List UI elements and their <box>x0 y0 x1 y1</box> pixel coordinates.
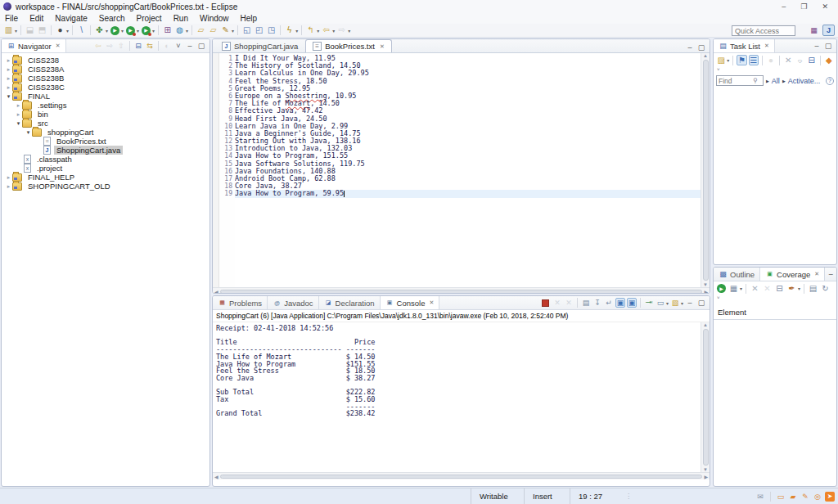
show-console-on-output-icon[interactable]: ⭲ <box>644 298 654 308</box>
maximize-icon[interactable]: ▢ <box>196 41 206 51</box>
collapse-arrow-icon[interactable]: ▾ <box>15 120 22 127</box>
menu-navigate[interactable]: Navigate <box>49 14 92 23</box>
tree-item-ciss238a[interactable]: ▸CISS238A <box>2 65 210 74</box>
close-view-icon[interactable]: ✕ <box>764 43 769 49</box>
find-tasks-icon[interactable]: ⌔ <box>795 55 804 65</box>
collapse-arrow-icon[interactable]: ▾ <box>5 93 12 100</box>
import-files-icon[interactable]: ▱ <box>196 25 206 36</box>
expand-arrow-icon[interactable]: ▸ <box>5 75 12 82</box>
java-ee-wizard-icon[interactable]: ⊞ <box>162 25 173 36</box>
dropdown-caret-icon[interactable]: ▾ <box>740 286 742 291</box>
import-project-icon[interactable]: ▰ <box>788 492 798 502</box>
last-edit-location-icon[interactable]: ↰ <box>305 25 316 36</box>
editor-vertical-scrollbar[interactable]: ▲ ▼ <box>701 53 710 287</box>
tab-bookprices-txt[interactable]: ≡ BookPrices.txt ✕ <box>305 39 392 52</box>
menu-help[interactable]: Help <box>235 14 264 23</box>
export-session-icon[interactable]: ▤ <box>808 283 818 294</box>
word-wrap-icon[interactable]: ↵ <box>604 298 614 308</box>
new-wizard-icon[interactable]: ▥ <box>3 25 14 36</box>
remove-session-icon[interactable]: ✕ <box>750 283 760 294</box>
collapse-arrow-icon[interactable]: ▾ <box>25 129 32 136</box>
help-icon[interactable]: ? <box>826 77 834 85</box>
task-find-input[interactable] <box>719 77 753 85</box>
coverage-icon[interactable]: ▶ <box>125 25 136 36</box>
expand-arrow-icon[interactable]: ▸ <box>5 84 12 91</box>
menu-file[interactable]: File <box>0 14 24 23</box>
dropdown-caret-icon[interactable]: ▾ <box>348 28 350 34</box>
dropdown-caret-icon[interactable]: ▾ <box>106 28 108 34</box>
tree-item-final[interactable]: ▾FINAL <box>2 92 210 101</box>
clear-console-icon[interactable]: ▤ <box>581 298 591 308</box>
dropdown-caret-icon[interactable]: ▾ <box>152 28 155 34</box>
menu-project[interactable]: Project <box>131 14 168 23</box>
remove-all-sessions-icon[interactable]: ✕ <box>762 283 773 294</box>
minimize-icon[interactable]: – <box>685 298 695 308</box>
display-selected-console-icon[interactable]: ▣ <box>627 298 637 308</box>
filter-all-link[interactable]: All <box>772 77 780 85</box>
run-icon[interactable]: ▶ <box>110 25 120 36</box>
navigator-view-tab[interactable]: ⊞ Navigator ✕ <box>2 39 66 52</box>
tree-item-shoppingcart-old[interactable]: ▸SHOPPINGCART_OLD <box>2 182 210 191</box>
menu-edit[interactable]: Edit <box>24 14 49 23</box>
user-account-icon[interactable]: ● <box>55 25 65 36</box>
expand-arrow-icon[interactable]: ▸ <box>15 102 22 109</box>
view-menu-icon[interactable]: ˅ <box>173 41 183 51</box>
sort-scheduled-icon[interactable]: ☰ <box>749 55 759 65</box>
quick-access-input[interactable] <box>732 25 795 36</box>
skip-all-breakpoints-icon[interactable]: \ <box>76 25 87 36</box>
tree-item-bin[interactable]: ▸bin <box>2 110 210 119</box>
scroll-down-icon[interactable]: ▼ <box>703 467 708 472</box>
open-resource-icon[interactable]: ▱ <box>208 25 219 36</box>
restore-window-icon[interactable]: ❐ <box>800 2 807 11</box>
tree-item--project[interactable]: .project <box>2 164 210 173</box>
tab-outline[interactable]: ▩ Outline <box>714 268 760 281</box>
editor-line[interactable]: Android Boot Camp, 62.88 <box>235 175 701 182</box>
quick-search-icon[interactable]: ϟ <box>284 25 295 36</box>
minimize-view-icon[interactable]: – <box>826 269 836 279</box>
dropdown-caret-icon[interactable]: ▾ <box>232 28 234 34</box>
dropdown-caret-icon[interactable]: ▾ <box>66 28 69 34</box>
donate-icon[interactable]: ◎ <box>813 492 822 502</box>
tab-problems[interactable]: ▦ Problems <box>213 296 268 309</box>
menu-window[interactable]: Window <box>194 14 235 23</box>
dropdown-caret-icon[interactable]: ▾ <box>317 28 319 34</box>
run-coverage-icon[interactable]: ▶ <box>716 283 727 294</box>
minimize-icon[interactable]: – <box>185 41 195 51</box>
close-view-icon[interactable]: ✕ <box>814 271 819 277</box>
dropdown-caret-icon[interactable]: ▾ <box>727 57 729 63</box>
map-icon[interactable]: ▭ <box>776 492 786 502</box>
web-browser-icon[interactable]: ◍ <box>174 25 185 36</box>
close-tab-icon[interactable]: ✕ <box>380 43 385 50</box>
scroll-left-icon[interactable]: ◀ <box>214 474 219 479</box>
maximize-icon[interactable]: ▢ <box>696 298 706 308</box>
console-vertical-scrollbar[interactable]: ▲ ▼ <box>701 322 710 472</box>
close-view-icon[interactable]: ✕ <box>56 43 61 49</box>
tab-declaration[interactable]: ◪ Declaration <box>319 296 381 309</box>
expand-arrow-icon[interactable]: ▸ <box>5 174 12 181</box>
debug-icon[interactable]: ✤ <box>94 25 105 36</box>
minimize-window-icon[interactable]: – <box>782 2 786 11</box>
maximize-editor-icon[interactable]: ▢ <box>696 43 706 52</box>
tab-console[interactable]: ▣ Console ✕ <box>381 296 440 309</box>
hide-completed-icon[interactable]: ✕ <box>783 55 793 65</box>
editor-horizontal-scrollbar[interactable]: ◀ ▶ <box>213 287 710 294</box>
minimize-editor-icon[interactable]: – <box>685 43 695 52</box>
open-console-icon[interactable]: ▭ <box>656 298 665 308</box>
tree-item-shoppingcart[interactable]: ▾shoppingCart <box>2 128 210 137</box>
dropdown-caret-icon[interactable]: ▾ <box>666 300 669 306</box>
tree-item--classpath[interactable]: .classpath <box>2 155 210 164</box>
tree-item--settings[interactable]: ▸.settings <box>2 101 210 110</box>
person-icon[interactable]: ● <box>766 55 776 65</box>
minimize-view-icon[interactable]: – <box>812 41 822 51</box>
open-type-icon[interactable]: ◱ <box>241 25 252 36</box>
remove-launch-icon[interactable]: ✕ <box>552 298 562 308</box>
maximize-view-icon[interactable]: ▢ <box>823 41 833 51</box>
scroll-right-icon[interactable]: ▶ <box>704 289 708 295</box>
dropdown-caret-icon[interactable]: ▾ <box>798 286 800 291</box>
profile-icon[interactable]: ▶ <box>141 25 151 36</box>
java-perspective-icon[interactable]: J <box>822 25 835 36</box>
scrollbar-thumb[interactable] <box>703 60 709 281</box>
save-icon[interactable]: ⬓ <box>25 25 35 36</box>
back-icon[interactable]: ⇦ <box>93 41 103 51</box>
import-session-icon[interactable]: ▦ <box>728 283 739 294</box>
